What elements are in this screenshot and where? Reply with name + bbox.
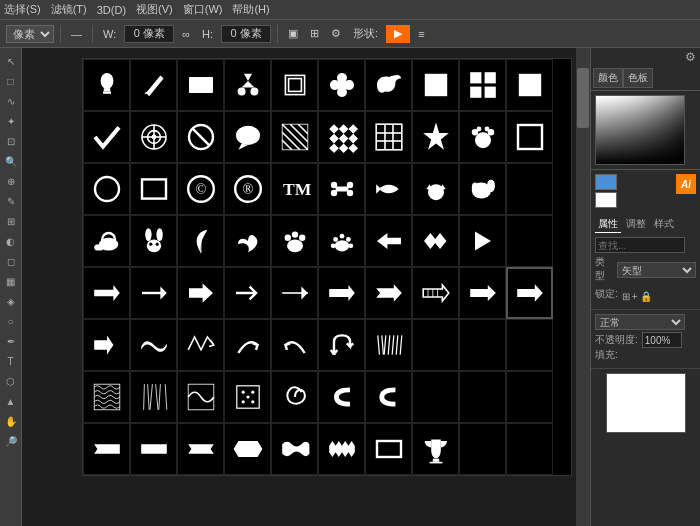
sym-chevron-right[interactable] <box>459 215 506 267</box>
sym-arrow-right[interactable] <box>224 267 271 319</box>
sym-empty-r6c[interactable] <box>506 319 553 371</box>
sym-no[interactable] <box>177 111 224 163</box>
sym-arrow-striped[interactable] <box>412 267 459 319</box>
tab-color[interactable]: 颜色 <box>593 68 623 88</box>
scrollbar[interactable] <box>576 48 590 526</box>
sym-target[interactable] <box>130 111 177 163</box>
tab-style[interactable]: 样式 <box>651 216 677 233</box>
tab-adjust[interactable]: 调整 <box>623 216 649 233</box>
sym-rect[interactable] <box>130 163 177 215</box>
sym-banner4[interactable] <box>224 423 271 475</box>
menu-help[interactable]: 帮助(H) <box>232 2 269 17</box>
sym-rabbit[interactable] <box>130 215 177 267</box>
sym-empty-r8b[interactable] <box>506 423 553 475</box>
sym-diamonds[interactable] <box>318 111 365 163</box>
sym-grid[interactable] <box>365 111 412 163</box>
sym-trademark[interactable]: TM <box>271 163 318 215</box>
sym-arrow-thin[interactable] <box>130 267 177 319</box>
sym-chevrons[interactable] <box>412 215 459 267</box>
icon4[interactable]: ≡ <box>414 26 428 42</box>
tool-shape[interactable]: ▲ <box>2 392 20 410</box>
tool-dodge[interactable]: ○ <box>2 312 20 330</box>
h-input[interactable] <box>221 25 271 43</box>
sym-registered[interactable]: ® <box>224 163 271 215</box>
tool-hand[interactable]: ✋ <box>2 412 20 430</box>
sym-empty-r8[interactable] <box>459 423 506 475</box>
sym-lines-vert[interactable] <box>365 319 412 371</box>
color-swatch-white[interactable] <box>595 192 617 208</box>
sym-sq1[interactable] <box>412 59 459 111</box>
sym-diag-lines[interactable] <box>271 111 318 163</box>
sym-bulb[interactable] <box>83 59 130 111</box>
tool-path[interactable]: ⬡ <box>2 372 20 390</box>
sym-wave-banner[interactable] <box>271 423 318 475</box>
tool-eyedropper[interactable]: 🔍 <box>2 152 20 170</box>
tool-blur[interactable]: ◈ <box>2 292 20 310</box>
menu-view[interactable]: 视图(V) <box>136 2 173 17</box>
tool-zoom[interactable]: 🔎 <box>2 432 20 450</box>
gear-icon[interactable]: ⚙ <box>685 50 696 64</box>
search-input[interactable] <box>595 237 685 253</box>
sym-empty-r7c[interactable] <box>506 371 553 423</box>
sym-texture2[interactable] <box>130 371 177 423</box>
icon3[interactable]: ⚙ <box>327 25 345 42</box>
scroll-thumb[interactable] <box>577 68 589 128</box>
sym-arrow-dbl[interactable] <box>365 215 412 267</box>
tool-move[interactable]: ↖ <box>2 52 20 70</box>
sym-sq2[interactable] <box>459 59 506 111</box>
tool-brush[interactable]: ✎ <box>2 192 20 210</box>
sym-copyright[interactable]: © <box>177 163 224 215</box>
sym-empty-r6b[interactable] <box>459 319 506 371</box>
menu-3d[interactable]: 3D(D) <box>97 4 126 16</box>
opacity-input[interactable] <box>642 332 682 348</box>
sym-dove[interactable] <box>224 215 271 267</box>
shape-button[interactable]: ▶ <box>386 25 410 43</box>
tab-swatch[interactable]: 色板 <box>623 68 653 88</box>
sym-paw2[interactable] <box>271 215 318 267</box>
sym-bone[interactable] <box>318 163 365 215</box>
sym-banner1[interactable] <box>83 423 130 475</box>
unit-select[interactable]: 像素 <box>6 25 54 43</box>
icon2[interactable]: ⊞ <box>306 25 323 42</box>
sym-arrow-zig[interactable] <box>177 319 224 371</box>
sym-scissors[interactable] <box>224 59 271 111</box>
sym-arrow-lined[interactable] <box>271 267 318 319</box>
color-swatch-blue[interactable] <box>595 174 617 190</box>
sym-arrow-fat[interactable] <box>177 267 224 319</box>
sym-empty-row4[interactable] <box>506 215 553 267</box>
sym-pen[interactable] <box>130 59 177 111</box>
sym-cat[interactable] <box>412 163 459 215</box>
w-input[interactable] <box>124 25 174 43</box>
sym-cshape2[interactable] <box>365 371 412 423</box>
sym-arrow-notch[interactable] <box>365 267 412 319</box>
sym-bird[interactable] <box>365 59 412 111</box>
sym-swirl[interactable] <box>271 371 318 423</box>
sym-texture4[interactable] <box>224 371 271 423</box>
menu-window[interactable]: 窗口(W) <box>183 2 223 17</box>
sym-speech[interactable] <box>224 111 271 163</box>
sym-empty-r7b[interactable] <box>459 371 506 423</box>
tool-text[interactable]: T <box>2 352 20 370</box>
sym-arrow-blk1[interactable] <box>83 267 130 319</box>
sym-sq3[interactable] <box>506 59 553 111</box>
color-gradient[interactable] <box>595 95 685 165</box>
tool-history[interactable]: ◐ <box>2 232 20 250</box>
sym-squareborder[interactable] <box>506 111 553 163</box>
sym-snail[interactable] <box>83 215 130 267</box>
tool-gradient[interactable]: ▦ <box>2 272 20 290</box>
sym-uturn[interactable] <box>318 319 365 371</box>
tool-crop[interactable]: ⊡ <box>2 132 20 150</box>
tool-magic[interactable]: ✦ <box>2 112 20 130</box>
sym-stamp[interactable] <box>271 59 318 111</box>
sym-arrow-curved[interactable] <box>83 319 130 371</box>
sym-curve-right[interactable] <box>224 319 271 371</box>
lock-all-icon[interactable]: 🔒 <box>640 291 652 302</box>
sym-mail[interactable] <box>177 59 224 111</box>
sym-arrow-hallow[interactable] <box>459 267 506 319</box>
sym-fleur[interactable] <box>318 59 365 111</box>
sym-curve-undo[interactable] <box>271 319 318 371</box>
tool-heal[interactable]: ⊕ <box>2 172 20 190</box>
sym-starburst[interactable] <box>412 111 459 163</box>
sym-empty-r7[interactable] <box>412 371 459 423</box>
sym-texture3[interactable] <box>177 371 224 423</box>
